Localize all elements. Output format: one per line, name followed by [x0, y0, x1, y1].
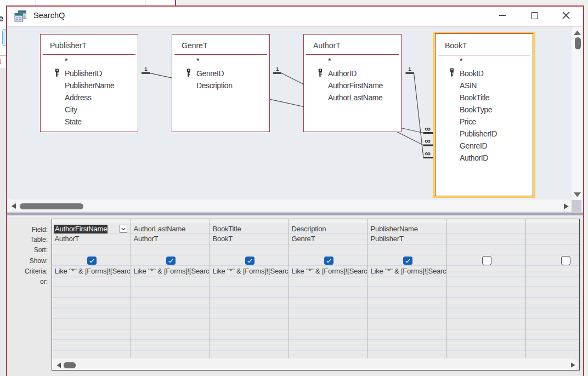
svg-text:1: 1: [144, 66, 148, 72]
svg-text:1: 1: [276, 66, 279, 72]
svg-text:∞: ∞: [425, 149, 431, 158]
svg-text:1: 1: [408, 66, 411, 72]
svg-text:∞: ∞: [425, 136, 431, 145]
svg-text:∞: ∞: [425, 124, 431, 133]
